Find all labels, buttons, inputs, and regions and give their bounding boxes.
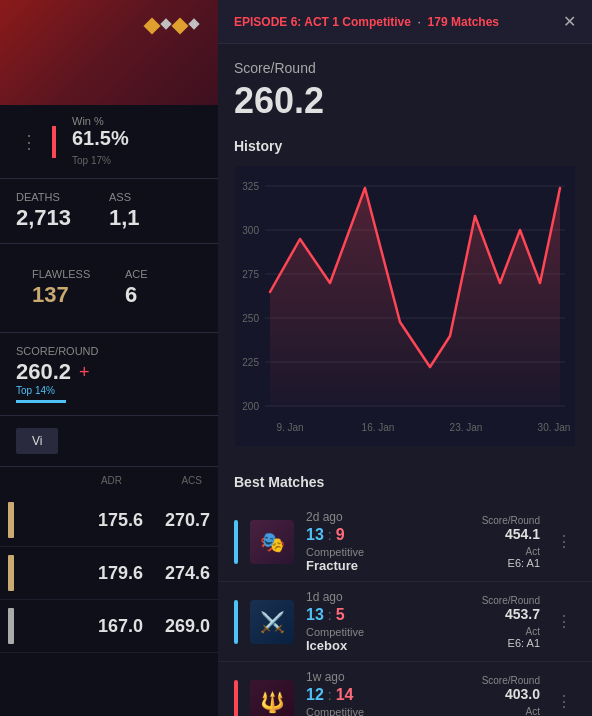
win-bar-indicator bbox=[52, 126, 56, 158]
score-round-val-2: 453.7 bbox=[482, 606, 540, 622]
svg-text:250: 250 bbox=[242, 313, 259, 324]
rank-indicator-gold bbox=[8, 502, 14, 538]
view-button[interactable]: Vi bbox=[16, 428, 58, 454]
svg-text:16. Jan: 16. Jan bbox=[362, 422, 395, 433]
score-losses-2: 5 bbox=[336, 606, 345, 624]
score-bar bbox=[16, 400, 66, 403]
adr-val-1: 175.6 bbox=[22, 510, 155, 531]
matches-count: 179 Matches bbox=[428, 15, 499, 29]
win-sub: Top 17% bbox=[72, 155, 111, 166]
act-val-1: E6: A1 bbox=[482, 557, 540, 569]
table-header: ADR ACS bbox=[0, 467, 218, 494]
match-data-row-3: 167.0 269.0 bbox=[0, 600, 218, 653]
score-round-value: 260.2 bbox=[16, 359, 71, 385]
match-card-split[interactable]: 🔱 1w ago 12 : 14 Competitive Split Score… bbox=[218, 662, 592, 716]
win-label: Win % bbox=[72, 115, 129, 127]
adr-val-3: 167.0 bbox=[22, 616, 155, 637]
match-card-fracture[interactable]: 🎭 2d ago 13 : 9 Competitive Fracture Sco… bbox=[218, 502, 592, 582]
main-score-label: Score/Round bbox=[218, 44, 592, 80]
score-round-val-3: 403.0 bbox=[482, 686, 540, 702]
hero-decorations bbox=[146, 20, 198, 32]
match-mode-3: Competitive bbox=[306, 706, 470, 716]
add-button[interactable]: + bbox=[79, 362, 90, 383]
deaths-value: 2,713 bbox=[16, 205, 109, 231]
deaths-label: Deaths bbox=[16, 191, 109, 203]
flawless-label: Flawless bbox=[32, 268, 93, 280]
score-round-label: Score/Round bbox=[16, 345, 202, 357]
hero-image bbox=[0, 0, 218, 105]
score-sep-1: : bbox=[328, 527, 332, 543]
rank-indicator-gold-2 bbox=[8, 555, 14, 591]
aces-label: Ace bbox=[125, 268, 186, 280]
score-round-label-1: Score/Round bbox=[482, 515, 540, 526]
flawless-value: 137 bbox=[32, 282, 93, 308]
panel-title-text: EPISODE 6: ACT 1 Competitive bbox=[234, 15, 411, 29]
aces-value: 6 bbox=[125, 282, 186, 308]
diamond-icon-2 bbox=[172, 18, 189, 35]
score-round-row: 260.2 + bbox=[16, 359, 202, 385]
act-label-3: Act bbox=[482, 706, 540, 717]
svg-text:30. Jan: 30. Jan bbox=[538, 422, 571, 433]
panel-title: EPISODE 6: ACT 1 Competitive · 179 Match… bbox=[234, 15, 499, 29]
acs-val-2: 274.6 bbox=[155, 563, 210, 584]
match-info-icebox: 1d ago 13 : 5 Competitive Icebox bbox=[306, 590, 470, 653]
match-data-row-1: 175.6 270.7 bbox=[0, 494, 218, 547]
right-panel: EPISODE 6: ACT 1 Competitive · 179 Match… bbox=[218, 0, 592, 716]
match-time-3: 1w ago bbox=[306, 670, 470, 684]
adr-col-header: ADR bbox=[72, 475, 122, 486]
act-label-2: Act bbox=[482, 626, 540, 637]
match-map-fracture: Fracture bbox=[306, 558, 470, 573]
acs-val-3: 269.0 bbox=[155, 616, 210, 637]
score-sep-3: : bbox=[328, 687, 332, 703]
agent-icon-2: ⚔️ bbox=[250, 600, 294, 644]
win-indicator-1 bbox=[234, 520, 238, 564]
match-map-icebox: Icebox bbox=[306, 638, 470, 653]
more-options-button[interactable]: ⋮ bbox=[16, 131, 42, 153]
acs-col-header: ACS bbox=[152, 475, 202, 486]
match-avatar-3: 🔱 bbox=[250, 680, 294, 717]
match-menu-button-1[interactable]: ⋮ bbox=[552, 528, 576, 555]
assists-label: Ass bbox=[109, 191, 202, 203]
svg-text:225: 225 bbox=[242, 357, 259, 368]
score-wins-3: 12 bbox=[306, 686, 324, 704]
score-sep-2: : bbox=[328, 607, 332, 623]
svg-text:325: 325 bbox=[242, 181, 259, 192]
svg-text:300: 300 bbox=[242, 225, 259, 236]
score-wins-1: 13 bbox=[306, 526, 324, 544]
acs-val-1: 270.7 bbox=[155, 510, 210, 531]
match-data-row-2: 179.6 274.6 bbox=[0, 547, 218, 600]
match-score-row-1: 13 : 9 bbox=[306, 526, 470, 544]
svg-text:9. Jan: 9. Jan bbox=[276, 422, 303, 433]
score-losses-1: 9 bbox=[336, 526, 345, 544]
best-matches-label: Best Matches bbox=[218, 466, 592, 502]
score-round-label-2: Score/Round bbox=[482, 595, 540, 606]
deaths-cell: Deaths 2,713 bbox=[16, 191, 109, 231]
match-menu-button-2[interactable]: ⋮ bbox=[552, 608, 576, 635]
match-score-row-2: 13 : 5 bbox=[306, 606, 470, 624]
match-avatar-1: 🎭 bbox=[250, 520, 294, 564]
match-stats-icebox: Score/Round 453.7 Act E6: A1 bbox=[482, 595, 540, 649]
flawless-aces-row: Flawless 137 Ace 6 bbox=[0, 244, 218, 333]
loss-indicator-3 bbox=[234, 680, 238, 717]
match-info-split: 1w ago 12 : 14 Competitive Split bbox=[306, 670, 470, 716]
match-mode-2: Competitive bbox=[306, 626, 470, 638]
view-section: Vi bbox=[0, 416, 218, 467]
match-stats-split: Score/Round 403.0 Act E6: A1 bbox=[482, 675, 540, 717]
score-round-label-3: Score/Round bbox=[482, 675, 540, 686]
agent-icon-1: 🎭 bbox=[250, 520, 294, 564]
chart-container: 325 300 275 250 225 200 9. Jan 16. Jan 2… bbox=[218, 166, 592, 466]
match-time-2: 1d ago bbox=[306, 590, 470, 604]
diamond-small-icon bbox=[160, 18, 171, 29]
agent-icon-3: 🔱 bbox=[250, 680, 294, 717]
match-info-fracture: 2d ago 13 : 9 Competitive Fracture bbox=[306, 510, 470, 573]
score-round-section: Score/Round 260.2 + Top 14% bbox=[0, 333, 218, 416]
match-menu-button-3[interactable]: ⋮ bbox=[552, 688, 576, 715]
match-card-icebox[interactable]: ⚔️ 1d ago 13 : 5 Competitive Icebox Scor… bbox=[218, 582, 592, 662]
win-indicator-2 bbox=[234, 600, 238, 644]
main-score-value: 260.2 bbox=[218, 80, 592, 138]
match-score-row-3: 12 : 14 bbox=[306, 686, 470, 704]
match-time-1: 2d ago bbox=[306, 510, 470, 524]
match-stats-fracture: Score/Round 454.1 Act E6: A1 bbox=[482, 515, 540, 569]
close-button[interactable]: ✕ bbox=[563, 12, 576, 31]
history-label: History bbox=[218, 138, 592, 166]
